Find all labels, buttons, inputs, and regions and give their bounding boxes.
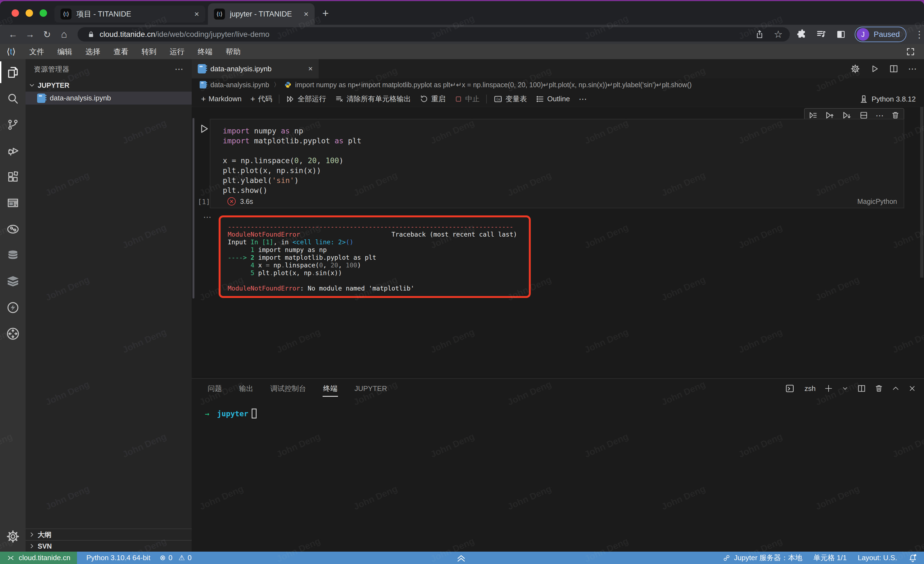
remote-indicator[interactable]: cloud.titanide.cn [0, 552, 77, 564]
maximize-panel-chevron-icon[interactable] [891, 384, 900, 393]
interrupt-button[interactable]: 中止 [450, 94, 484, 104]
panel-tab-debug-console[interactable]: 调试控制台 [270, 380, 307, 397]
browser-toolbar: ← → ↻ ⌂ cloud.titanide.cn /ide/web/codin… [0, 25, 924, 44]
close-window-button[interactable] [12, 9, 19, 17]
problems-status[interactable]: ⊗ 0 ⚠ 0 [160, 553, 192, 562]
browser-menu-icon[interactable]: ⋮ [915, 29, 924, 40]
add-markdown-button[interactable]: +Markdown [196, 94, 246, 104]
outline-button[interactable]: Outline [531, 95, 574, 104]
media-controls-icon[interactable] [816, 29, 827, 40]
clear-outputs-button[interactable]: 清除所有单元格输出 [330, 94, 415, 104]
breadcrumb-cell-preview[interactable]: import numpy as np↵import matplotlib.pyp… [295, 81, 692, 89]
thunder-icon[interactable] [0, 294, 26, 320]
browser-tab-jupyter[interactable]: ⟨t⟩ jupyter - TITANIDE × [208, 3, 315, 25]
back-icon[interactable]: ← [4, 29, 21, 40]
source-control-icon[interactable] [0, 111, 26, 138]
panel-tab-problems[interactable]: 问题 [207, 380, 222, 397]
kill-terminal-trash-icon[interactable] [874, 384, 883, 393]
settings-gear-icon[interactable] [0, 523, 26, 549]
menu-goto[interactable]: 转到 [135, 47, 163, 57]
menu-edit[interactable]: 编辑 [51, 47, 79, 57]
jupyter-server-status[interactable]: Jupyter 服务器：本地 [722, 553, 802, 562]
reload-icon[interactable]: ↻ [39, 29, 56, 40]
code-cell[interactable]: import numpy as npimport matplotlib.pypl… [210, 119, 904, 208]
execute-by-line-icon[interactable] [808, 111, 818, 120]
forward-icon[interactable]: → [21, 29, 39, 40]
fullscreen-icon[interactable] [906, 47, 915, 56]
editor-more-icon[interactable]: ⋯ [908, 63, 917, 74]
variables-button[interactable]: (x) 变量表 [489, 94, 531, 104]
address-bar[interactable]: cloud.titanide.cn /ide/web/coding/jupyte… [78, 27, 790, 42]
browser-preview-icon[interactable] [0, 190, 26, 216]
menu-view[interactable]: 查看 [107, 47, 135, 57]
notebook-scrollbar[interactable] [920, 107, 924, 278]
add-code-button[interactable]: +代码 [246, 94, 277, 104]
menu-selection[interactable]: 选择 [79, 47, 107, 57]
expand-panel-button[interactable] [455, 552, 467, 564]
bookmark-star-icon[interactable]: ☆ [774, 29, 783, 40]
search-icon[interactable] [0, 85, 26, 111]
layers-icon[interactable] [0, 268, 26, 294]
toolbar-more-icon[interactable]: ⋯ [574, 94, 591, 104]
menu-run[interactable]: 运行 [163, 47, 191, 57]
breadcrumb-file[interactable]: data-analysis.ipynb [210, 81, 269, 89]
delete-cell-trash-icon[interactable] [891, 111, 900, 120]
panel-tab-terminal[interactable]: 终端 [322, 380, 338, 397]
breadcrumb[interactable]: data-analysis.ipynb 〉 import numpy as np… [192, 78, 924, 91]
run-icon[interactable] [870, 64, 879, 74]
notifications-bell-icon[interactable] [908, 553, 917, 562]
cell-position-status[interactable]: 单元格 1/1 [813, 553, 847, 562]
menu-help[interactable]: 帮助 [219, 47, 247, 57]
run-debug-icon[interactable] [0, 138, 26, 164]
profile-paused-button[interactable]: J Paused [855, 27, 906, 42]
close-panel-icon[interactable] [908, 384, 916, 393]
split-editor-icon[interactable] [889, 64, 899, 74]
terminal-prompt-line[interactable]: → jupyter [205, 409, 256, 418]
cell-language-mode[interactable]: MagicPython [857, 197, 897, 206]
run-all-button[interactable]: 全部运行 [282, 94, 330, 104]
terminal-dropdown-chevron-icon[interactable] [842, 385, 849, 392]
sidebar-more-icon[interactable]: ⋯ [175, 64, 183, 74]
sidebar-section-jupyter[interactable]: JUPYTER [26, 79, 192, 92]
notebook-settings-gear-icon[interactable] [850, 64, 860, 74]
file-item-notebook[interactable]: data-analysis.ipynb [26, 92, 192, 105]
split-cell-icon[interactable] [859, 111, 868, 120]
restart-kernel-button[interactable]: 重启 [415, 94, 450, 104]
extensions-icon[interactable] [0, 164, 26, 190]
panel-tab-jupyter[interactable]: JUPYTER [354, 381, 387, 397]
browser-tab-project[interactable]: ⟨t⟩ 项目 - TITANIDE × [54, 6, 205, 23]
sidebar-section-outline[interactable]: 大纲 [26, 528, 192, 540]
side-panel-icon[interactable] [836, 29, 846, 40]
output-collapse-icon[interactable]: ⋯ [203, 212, 212, 222]
shell-label[interactable]: zsh [805, 384, 816, 393]
minimize-window-button[interactable] [26, 9, 33, 17]
close-tab-icon[interactable]: × [304, 9, 309, 19]
database-icon[interactable] [0, 242, 26, 268]
explorer-icon[interactable] [0, 59, 26, 85]
new-terminal-plus-icon[interactable] [824, 384, 833, 393]
sidebar-section-svn[interactable]: SVN [26, 540, 192, 552]
extensions-puzzle-icon[interactable] [796, 29, 807, 40]
menu-file[interactable]: 文件 [23, 47, 51, 57]
home-icon[interactable]: ⌂ [56, 29, 73, 40]
python-interpreter-status[interactable]: Python 3.10.4 64-bit [86, 553, 150, 562]
play-icon [198, 123, 210, 135]
new-tab-button[interactable]: + [322, 7, 328, 20]
close-tab-icon[interactable]: × [194, 9, 199, 19]
split-terminal-icon[interactable] [857, 384, 866, 393]
panel-tab-output[interactable]: 输出 [238, 380, 254, 397]
project-manager-icon[interactable] [0, 216, 26, 242]
menu-terminal[interactable]: 终端 [191, 47, 219, 57]
share-icon[interactable] [754, 29, 765, 39]
kernel-picker-button[interactable]: Python 3.8.12 [859, 91, 916, 107]
keyboard-layout-status[interactable]: Layout: U.S. [858, 553, 897, 562]
double-chevron-up-icon [455, 552, 467, 564]
remote-spread-icon[interactable] [0, 320, 26, 347]
editor-tab-notebook[interactable]: data-analysis.ipynb × [192, 59, 319, 78]
zoom-window-button[interactable] [40, 9, 47, 17]
close-editor-icon[interactable]: × [308, 65, 313, 73]
notebook-body: ⋯ import numpy as npimport matplotlib.py… [192, 107, 924, 378]
cell-code[interactable]: import numpy as npimport matplotlib.pypl… [223, 126, 898, 196]
tab-title: jupyter - TITANIDE [230, 10, 300, 18]
window-controls[interactable] [12, 9, 47, 17]
